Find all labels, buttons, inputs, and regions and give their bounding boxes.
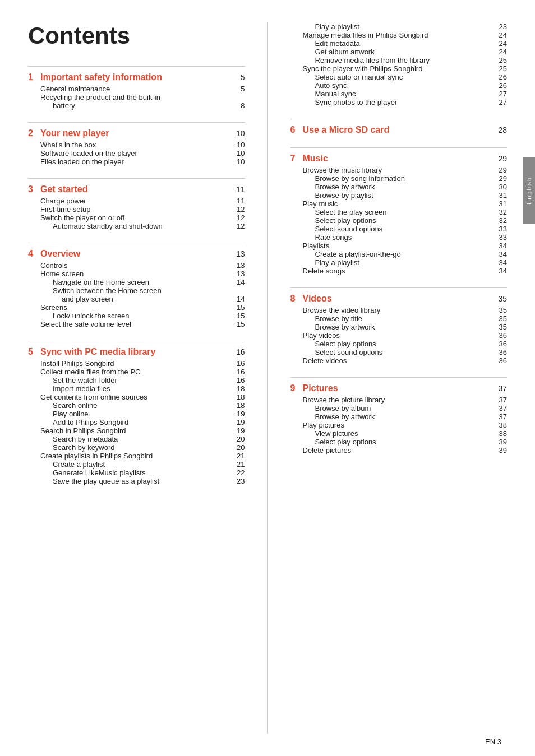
entry-title: Get album artwork <box>315 48 494 56</box>
entry-page-number: 8 <box>231 101 245 110</box>
entry: Browse the picture library37 <box>290 396 508 404</box>
entry: Browse by title35 <box>290 314 508 323</box>
entry-title: Lock/ unlock the screen <box>53 312 231 320</box>
section-title: Get started <box>40 184 231 194</box>
main-content: Contents 1Important safety information5G… <box>0 0 535 756</box>
entry-title: Delete songs <box>303 267 494 275</box>
entry-title: Manage media files in Philips Songbird <box>303 31 494 39</box>
section-divider <box>290 147 508 148</box>
entry-page-number: 10 <box>231 157 245 166</box>
entry-page-number: 10 <box>231 141 245 149</box>
entry-page-number: 23 <box>231 477 245 485</box>
entry: Charge power11 <box>28 197 245 205</box>
entry-page-number: 19 <box>231 410 245 418</box>
entry-title: Delete pictures <box>303 446 494 454</box>
section-page-number: 10 <box>231 129 245 138</box>
entry: Recycling the product and the built-in <box>28 93 245 101</box>
entry-page-number: 31 <box>493 200 507 208</box>
entry: Collect media files from the PC16 <box>28 368 245 376</box>
entry: Sync photos to the player27 <box>290 98 508 106</box>
entry-page-number: 5 <box>231 85 245 93</box>
section-number: 4 <box>28 249 40 259</box>
entry-title: Browse by song information <box>315 174 494 183</box>
section-page-number: 5 <box>231 73 245 82</box>
entry-title: Sync photos to the player <box>315 98 494 106</box>
entry: Set the watch folder16 <box>28 376 245 384</box>
section-page-number: 35 <box>493 294 507 303</box>
section: Play a playlist23Manage media files in P… <box>290 22 508 106</box>
entry-page-number: 15 <box>231 303 245 312</box>
section-divider <box>28 341 245 341</box>
footer-page-number: EN 3 <box>485 738 501 746</box>
entry-title: Rate songs <box>315 233 494 242</box>
entry-page-number: 16 <box>231 376 245 384</box>
entry-title: What's in the box <box>40 141 231 149</box>
entry-page-number: 33 <box>493 225 507 233</box>
section-title: Videos <box>303 294 494 304</box>
entry: Get album artwork24 <box>290 48 508 56</box>
entry-page-number: 36 <box>493 356 507 365</box>
entry-page-number: 11 <box>231 197 245 205</box>
section: 4Overview13Controls13Home screen13Naviga… <box>28 243 245 328</box>
entry-title: Controls <box>40 261 231 270</box>
entry-title: Browse by album <box>315 404 494 412</box>
entry: Play videos36 <box>290 331 508 340</box>
section-title: Your new player <box>40 128 231 138</box>
entry-page-number: 16 <box>231 368 245 376</box>
entry: Play a playlist34 <box>290 258 508 267</box>
section: 5Sync with PC media library16Install Phi… <box>28 341 245 485</box>
entry: battery8 <box>28 101 245 110</box>
entry-title: View pictures <box>315 429 494 438</box>
section: 2Your new player10What's in the box10Sof… <box>28 122 245 166</box>
entry-page-number: 20 <box>231 443 245 452</box>
entry: Import media files18 <box>28 384 245 393</box>
entry-page-number: 18 <box>231 401 245 410</box>
section-number: 9 <box>290 383 303 393</box>
entry: Select the safe volume level15 <box>28 320 245 328</box>
entry-title: Browse by title <box>315 314 494 323</box>
section-number: 8 <box>290 294 303 304</box>
section-page-number: 37 <box>493 384 507 393</box>
entry-title: Select play options <box>315 438 494 446</box>
entry-page-number: 14 <box>231 295 245 303</box>
section-number: 2 <box>28 128 40 138</box>
entry: Select the play screen32 <box>290 208 508 216</box>
entry-title: Screens <box>40 303 231 312</box>
entry-page-number: 19 <box>231 426 245 435</box>
entry: Software loaded on the player10 <box>28 149 245 157</box>
entry-page-number: 24 <box>493 48 507 56</box>
entry-title: Search in Philips Songbird <box>40 426 231 435</box>
section-header: 1Important safety information5 <box>28 72 245 82</box>
entry-title: Select play options <box>315 340 494 348</box>
section-header: 6Use a Micro SD card28 <box>290 125 508 135</box>
section-page-number: 13 <box>231 249 245 258</box>
entry-title: Delete videos <box>303 356 494 365</box>
entry-title: Create a playlist <box>53 460 231 469</box>
right-column: Play a playlist23Manage media files in P… <box>268 22 508 734</box>
section-title: Music <box>303 154 494 164</box>
section: 9Pictures37Browse the picture library37B… <box>290 377 508 454</box>
entry-page-number: 18 <box>231 393 245 401</box>
section: 6Use a Micro SD card28 <box>290 119 508 135</box>
entry-page-number: 25 <box>493 64 507 73</box>
entry-title: Save the play queue as a playlist <box>53 477 231 485</box>
entry: Sync the player with Philips Songbird25 <box>290 64 508 73</box>
section-title: Pictures <box>303 383 494 393</box>
entry-page-number: 21 <box>231 460 245 469</box>
entry-title: Manual sync <box>315 90 494 98</box>
entry: Browse by song information29 <box>290 174 508 183</box>
section-divider <box>28 66 245 67</box>
entry-page-number: 26 <box>493 73 507 81</box>
entry: Browse the video library35 <box>290 306 508 314</box>
entry: Home screen13 <box>28 270 245 278</box>
section: 1Important safety information5General ma… <box>28 66 245 110</box>
entry: Screens15 <box>28 303 245 312</box>
entry-page-number: 39 <box>493 438 507 446</box>
section-header: 8Videos35 <box>290 294 508 304</box>
entry-page-number: 27 <box>493 90 507 98</box>
entry-title: Browse the music library <box>303 166 494 174</box>
entry: and play screen14 <box>28 295 245 303</box>
entry-page-number: 39 <box>493 446 507 454</box>
entry-title: Auto sync <box>315 81 494 90</box>
entry-page-number: 23 <box>493 22 507 31</box>
